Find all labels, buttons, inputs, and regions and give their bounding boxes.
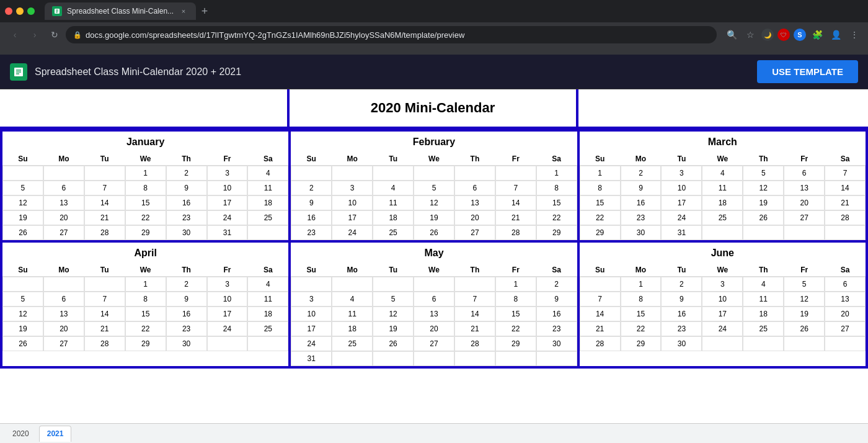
day-header: Mo [332,264,373,277]
day-header: Th [454,153,495,166]
day-cell: 24 [332,225,373,240]
day-cell: 23 [536,321,577,336]
day-header: We [125,264,166,277]
calendar-may: MaySuMoTuWeThFrSa12345678910111213141516… [291,243,577,366]
day-cell: 3 [332,181,373,195]
day-cell: 14 [84,307,125,321]
day-cell [247,225,288,240]
day-header: Tu [84,153,125,166]
calendar-days-may: SuMoTuWeThFrSa12345678910111213141516171… [291,264,577,366]
day-cell [373,351,414,366]
day-cell: 2 [291,181,332,195]
day-cell: 12 [373,307,414,321]
day-cell: 20 [454,210,495,225]
forward-button[interactable]: › [26,26,43,43]
day-cell: 17 [702,307,743,321]
new-tab-button[interactable]: + [196,2,213,20]
day-cell: 16 [291,210,332,225]
day-header: Tu [661,153,702,166]
day-cell: 8 [621,292,662,307]
day-cell: 8 [580,181,621,195]
day-header: Sa [536,264,577,277]
day-header: Su [291,264,332,277]
day-cell: 9 [536,292,577,307]
back-button[interactable]: ‹ [6,26,24,43]
day-header: Fr [495,264,536,277]
day-header: Mo [43,153,84,166]
day-cell [743,336,784,351]
extension-s[interactable]: S [794,29,806,41]
day-header: We [414,153,454,166]
extensions-button[interactable]: 🧩 [810,27,825,42]
day-cell [332,277,373,292]
calendar-days-march: SuMoTuWeThFrSa12345678910111213141516171… [580,153,866,240]
day-cell: 15 [536,195,577,210]
traffic-light-green[interactable] [27,7,35,15]
day-header: Su [291,153,332,166]
address-bar[interactable]: 🔒 docs.google.com/spreadsheets/d/17lITgw… [66,26,717,43]
day-header: We [702,264,743,277]
sheet-tab-2021[interactable]: 2021 [39,426,72,442]
day-cell: 26 [784,321,825,336]
day-cell: 3 [207,277,248,292]
day-cell: 18 [743,307,784,321]
day-cell: 4 [373,181,414,195]
day-cell: 16 [621,195,662,210]
day-cell [332,351,373,366]
traffic-light-red[interactable] [5,7,12,15]
day-cell: 18 [702,195,743,210]
day-cell: 11 [743,292,784,307]
day-header: Th [743,153,784,166]
day-cell: 11 [332,307,373,321]
use-template-button[interactable]: USE TEMPLATE [757,60,858,83]
day-cell: 28 [84,225,125,240]
menu-button[interactable]: ⋮ [847,27,862,42]
calendar-month-april: April [2,243,288,264]
day-header: Fr [207,153,248,166]
day-cell: 16 [166,195,207,210]
day-cell: 27 [784,210,825,225]
browser-tab[interactable]: Spreadsheet Class Mini-Calen... × [45,2,196,20]
calendar-month-january: January [2,132,288,153]
day-cell: 25 [743,321,784,336]
day-cell: 31 [661,225,702,240]
calendar-february: FebruarySuMoTuWeThFrSa123456789101112131… [291,132,577,240]
day-cell [495,351,536,366]
day-cell: 8 [536,181,577,195]
day-cell: 4 [702,166,743,181]
day-cell: 30 [166,336,207,351]
tab-close-button[interactable]: × [179,6,188,16]
day-header: Sa [247,264,288,277]
day-cell: 26 [373,336,414,351]
extension-shield[interactable]: 🛡 [777,29,790,41]
day-cell: 3 [207,166,248,181]
profile-button[interactable]: 👤 [828,27,843,42]
extension-moon[interactable]: 🌙 [761,29,774,41]
day-cell: 22 [125,210,166,225]
day-cell: 13 [454,195,495,210]
day-cell: 21 [580,321,621,336]
bookmark-button[interactable]: ☆ [743,27,758,42]
refresh-button[interactable]: ↻ [46,26,63,43]
day-cell [825,336,866,351]
day-cell: 25 [332,336,373,351]
day-cell: 1 [536,166,577,181]
day-cell: 27 [454,225,495,240]
day-cell: 29 [125,336,166,351]
day-cell: 21 [84,210,125,225]
day-cell: 24 [291,336,332,351]
sheet-tab-2020[interactable]: 2020 [5,426,37,442]
day-header: Tu [373,153,414,166]
day-cell [291,166,332,181]
traffic-light-yellow[interactable] [16,7,24,15]
day-cell: 4 [332,292,373,307]
day-cell: 18 [373,210,414,225]
search-button[interactable]: 🔍 [724,27,739,42]
day-cell: 26 [414,225,454,240]
day-cell: 19 [784,307,825,321]
day-cell: 23 [661,321,702,336]
calendar-month-march: March [580,132,866,153]
day-cell: 11 [247,181,288,195]
day-cell: 25 [702,210,743,225]
day-header: Th [454,264,495,277]
